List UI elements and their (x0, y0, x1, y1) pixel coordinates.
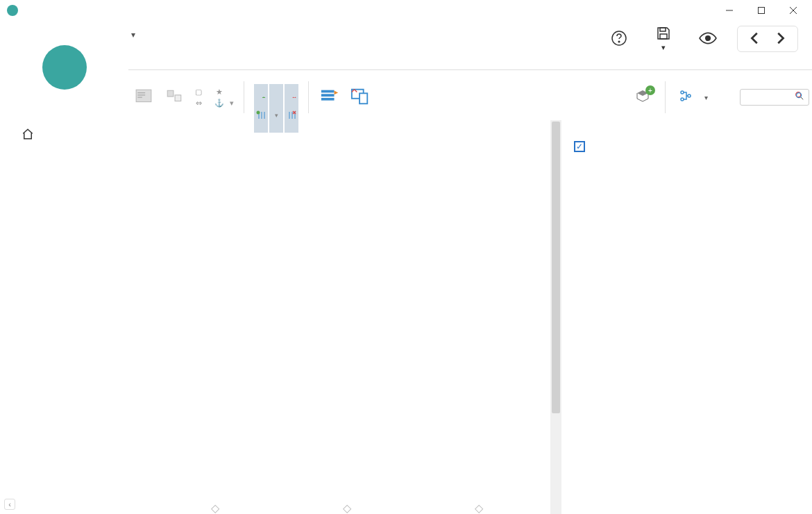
svg-rect-1 (759, 8, 765, 14)
sidebar (0, 21, 128, 514)
svg-point-8 (706, 35, 711, 40)
logo-badge (42, 45, 87, 90)
logo-area (0, 21, 128, 118)
page-canvas[interactable]: ◇ ◇ ◇ (128, 120, 545, 514)
effect-icon: ★ (214, 87, 224, 97)
save-icon (655, 25, 672, 42)
svg-rect-15 (321, 94, 335, 97)
sidebar-item-home[interactable] (7, 118, 121, 150)
maximize-button[interactable] (745, 0, 777, 21)
svg-rect-6 (660, 28, 666, 31)
svg-rect-16 (321, 98, 335, 101)
tb-style[interactable] (162, 87, 187, 108)
anchor-icon: ⚓ (214, 98, 224, 108)
svg-point-19 (681, 91, 684, 94)
tb-categories[interactable] (674, 87, 699, 108)
svg-rect-18 (360, 93, 367, 103)
content-icon (134, 87, 153, 106)
home-icon (21, 127, 35, 141)
svg-rect-7 (660, 34, 667, 39)
svg-point-5 (618, 41, 620, 42)
anchor-marker-icon[interactable]: ◇ (211, 501, 219, 510)
search-input[interactable] (743, 93, 792, 101)
toolbar: ▢ ⇔ ★ ⚓ ▾ ▾ ▾ (128, 74, 812, 120)
preview-checkbox[interactable]: ✓ (571, 141, 805, 152)
tb-margins-extend: ▢ ⇔ (192, 87, 208, 108)
eye-icon (699, 31, 717, 45)
categories-dropdown-icon[interactable]: ▾ (704, 94, 708, 101)
tb-effect-anchor: ★ ⚓ ▾ (213, 87, 235, 108)
chevron-left-icon (747, 31, 763, 46)
svg-rect-14 (321, 90, 335, 93)
add-objects-icon: + (634, 87, 654, 106)
back-button[interactable] (747, 31, 763, 47)
collapse-sidebar-button[interactable]: ‹ (4, 499, 15, 510)
panel-title (571, 120, 805, 127)
svg-point-21 (688, 94, 691, 97)
app-icon (7, 5, 18, 16)
tb-effect[interactable]: ★ (214, 87, 234, 97)
checkbox-icon: ✓ (574, 141, 585, 152)
main-area: ▾ ▾ (128, 21, 812, 514)
titlebar (0, 0, 812, 21)
categories-icon (677, 87, 696, 106)
row-formats-icon (320, 87, 339, 106)
tb-content[interactable] (131, 87, 156, 108)
search-box[interactable] (740, 89, 809, 106)
header: ▾ ▾ (128, 21, 812, 63)
page-subtitle-dropdown[interactable]: ▾ (128, 30, 135, 40)
svg-point-13 (257, 111, 260, 115)
anchor-marker-icon[interactable]: ◇ (475, 501, 483, 510)
tb-margins[interactable]: ▢ (194, 87, 206, 97)
tb-row-col-tools: ▾ ▾ (253, 84, 300, 110)
svg-rect-9 (136, 90, 151, 101)
extend-icon: ⇔ (194, 98, 203, 108)
close-button[interactable] (777, 0, 809, 21)
help-icon (611, 30, 627, 47)
tb-anchor[interactable]: ⚓ ▾ (214, 98, 234, 108)
chevron-down-icon: ▾ (131, 30, 135, 40)
margins-icon: ▢ (194, 87, 203, 97)
help-button[interactable] (604, 30, 634, 48)
svg-rect-11 (175, 95, 181, 101)
tb-responsive[interactable] (348, 87, 373, 108)
column-anchors: ◇ ◇ ◇ (149, 501, 545, 514)
minimize-button[interactable] (713, 0, 745, 21)
responsive-icon (350, 87, 370, 106)
svg-point-20 (681, 98, 684, 101)
objects-panel: ✓ (567, 120, 812, 514)
anchor-marker-icon[interactable]: ◇ (343, 501, 351, 510)
tb-add-objects[interactable]: + (632, 87, 657, 108)
save-button[interactable]: ▾ (648, 25, 679, 52)
style-icon (164, 87, 184, 106)
search-icon (795, 91, 804, 103)
next-button[interactable] (772, 31, 788, 47)
canvas-scrollbar[interactable] (550, 120, 561, 514)
tb-row-formats[interactable] (317, 87, 342, 108)
tb-extend[interactable]: ⇔ (194, 98, 206, 108)
preview-button[interactable] (693, 31, 723, 47)
svg-rect-10 (167, 90, 174, 97)
chevron-right-icon (772, 31, 788, 46)
